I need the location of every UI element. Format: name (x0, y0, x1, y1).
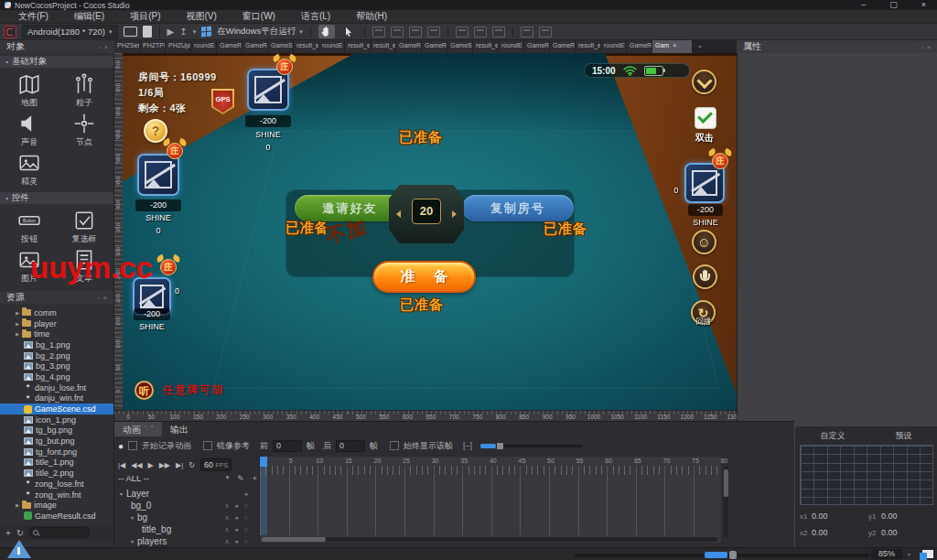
object-button[interactable]: Button按钮 (2, 209, 57, 245)
visibility-icon[interactable]: ● (235, 502, 239, 510)
keyframe-icon[interactable]: ○ (244, 526, 248, 533)
doc-tab[interactable]: GameS (268, 40, 294, 53)
align-top-icon[interactable] (456, 27, 468, 38)
doc-tab[interactable]: result_e (371, 40, 396, 53)
go-end-button[interactable]: ▶| (176, 461, 183, 469)
layout-pages-icon[interactable] (922, 550, 933, 558)
file-item[interactable]: ▶comm (0, 307, 113, 318)
align-left-icon[interactable] (391, 27, 404, 38)
keyframe-icon[interactable]: ○ (244, 514, 248, 522)
y2-value[interactable]: 0.00 (881, 528, 898, 537)
doc-tab[interactable]: roundE (191, 40, 217, 53)
always-show-frame-checkbox[interactable] (390, 441, 399, 450)
keyframe-icon[interactable]: ○ (244, 502, 248, 510)
expand-arrow-icon[interactable]: ▶ (16, 321, 19, 327)
doc-tab[interactable]: GameS (447, 40, 473, 53)
publish-button[interactable]: ↥ (179, 27, 187, 37)
doc-tab[interactable]: roundE (601, 40, 627, 53)
timeline-v-scrollbar[interactable] (724, 466, 728, 537)
device-resolution-select[interactable]: Android(1280 * 720) ▾ (22, 25, 118, 38)
distribute-h-icon[interactable] (521, 27, 533, 38)
panel-close-icon[interactable]: × (150, 424, 154, 436)
x1-value[interactable]: 0.00 (812, 512, 828, 521)
doc-tab[interactable]: GameR (550, 40, 576, 53)
timeline-node[interactable]: ▾players∧●○ (114, 535, 257, 547)
doc-tab[interactable]: PHZUpl (166, 40, 191, 53)
doc-tab[interactable]: GameR (242, 40, 268, 53)
edit-pencil-icon[interactable]: ✎ (237, 474, 244, 483)
section-header[interactable]: ▾控件 (0, 192, 113, 204)
record-dot-icon[interactable]: ● (118, 441, 124, 451)
panel-float-icon[interactable]: ▫ (145, 424, 146, 436)
file-item[interactable]: title_1.png (0, 458, 113, 468)
doc-tab[interactable]: PHZTPl (140, 40, 166, 53)
record-animation-checkbox[interactable] (128, 441, 137, 450)
file-item[interactable]: *zong_win.fnt (0, 490, 113, 501)
menu-item[interactable]: 窗口(W) (230, 10, 288, 23)
scene-canvas[interactable]: 房间号：160999 1/6局 剩余：4张 GPS ? 15:00 庄 -200… (123, 53, 737, 410)
doc-tab[interactable]: GameR (524, 40, 550, 53)
menu-item[interactable]: 文件(F) (5, 10, 61, 23)
tab-list-chevron-icon[interactable]: ⌄ (693, 40, 707, 53)
tab-preset[interactable]: 预设 (896, 430, 912, 442)
doc-tab[interactable]: result_e (473, 40, 499, 53)
file-item[interactable]: title_2.png (0, 468, 113, 479)
anchor-tool-icon[interactable] (372, 27, 385, 38)
after-frames-input[interactable]: 0 (336, 440, 365, 452)
timeline-node[interactable]: bg_0∧●○ (114, 500, 257, 512)
select-tool-button[interactable] (340, 25, 357, 38)
file-item[interactable]: GameScene.csd (0, 404, 113, 415)
loop-button[interactable]: ↻ (188, 461, 195, 469)
file-item[interactable]: tg_font.png (0, 447, 113, 458)
timeline-node[interactable]: ▾bg∧●○ (114, 512, 257, 523)
expand-arrow-icon[interactable]: ▾ (120, 490, 123, 497)
zoom-slider-handle[interactable] (729, 551, 737, 559)
doc-tab[interactable]: GameR (422, 40, 447, 53)
panel-float-icon[interactable]: ▫ (98, 44, 100, 50)
align-middle-icon[interactable] (474, 27, 487, 38)
collapse-icon[interactable]: ∧ (224, 502, 229, 510)
doc-tab[interactable]: GameR (396, 40, 422, 53)
timeline-frame-area[interactable]: 05101520253035404550556065707580 (259, 457, 721, 543)
expand-arrow-icon[interactable]: ▶ (16, 331, 19, 337)
doc-tab-active[interactable]: Gam× (652, 40, 693, 53)
align-right-icon[interactable] (427, 27, 440, 38)
panel-close-icon[interactable]: × (104, 44, 108, 50)
panel-close-icon[interactable]: × (103, 295, 107, 301)
filter-chevron-icon[interactable]: ▾ (226, 474, 230, 483)
align-bottom-icon[interactable] (492, 27, 505, 38)
file-item[interactable]: bg_2.png (0, 350, 113, 361)
object-sound[interactable]: 声音 (2, 112, 57, 148)
expand-arrow-icon[interactable]: ▾ (131, 514, 134, 521)
add-node-button[interactable]: + (253, 474, 257, 483)
landscape-icon[interactable] (124, 27, 137, 37)
gps-badge[interactable]: GPS (211, 89, 234, 114)
refresh-button[interactable]: ↻ (16, 528, 24, 538)
before-frames-input[interactable]: 0 (273, 440, 302, 452)
section-header[interactable]: ▾基础对象 (0, 56, 113, 68)
file-item[interactable]: bg_1.png (0, 339, 113, 350)
warning-triangle-icon[interactable] (7, 540, 31, 558)
close-button[interactable]: × (921, 0, 926, 10)
play-animation-button[interactable]: ▶ (148, 461, 154, 469)
project-icon[interactable] (4, 26, 16, 38)
panel-float-icon[interactable]: ▫ (921, 44, 922, 50)
microphone-button[interactable] (693, 264, 717, 289)
visibility-icon[interactable]: ● (244, 490, 248, 497)
search-input[interactable] (29, 527, 90, 538)
collapse-icon[interactable]: ∧ (224, 514, 229, 522)
doc-tab[interactable]: GameR (217, 40, 242, 53)
file-item[interactable]: GameResult.csd (0, 511, 113, 522)
expand-arrow-icon[interactable]: ▾ (131, 538, 134, 544)
doc-tab[interactable]: result_e (345, 40, 371, 53)
doc-tab[interactable]: roundE (499, 40, 524, 53)
visibility-icon[interactable]: ● (235, 514, 239, 522)
node-filter-select[interactable]: -- ALL -- (118, 473, 149, 483)
keyframe-icon[interactable]: ○ (244, 538, 248, 545)
visibility-icon[interactable]: ● (235, 538, 239, 545)
step-back-button[interactable]: ◀◀ (131, 461, 142, 469)
collapse-icon[interactable]: ∧ (224, 526, 229, 533)
panel-close-icon[interactable]: × (927, 44, 931, 50)
file-item[interactable]: tg_bg.png (0, 425, 113, 436)
doc-tab[interactable]: result_e (576, 40, 601, 53)
